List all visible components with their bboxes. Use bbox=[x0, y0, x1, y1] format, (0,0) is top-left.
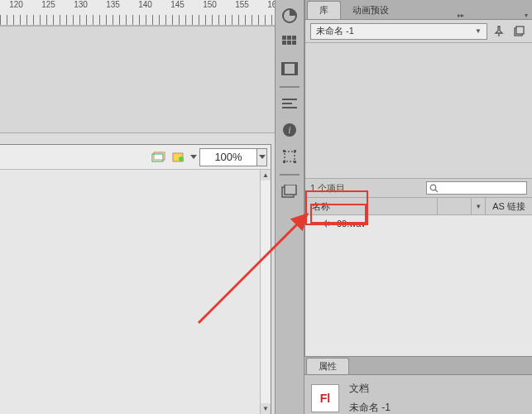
svg-rect-13 bbox=[295, 63, 297, 75]
panel-tabs: 库 动画预设 ▸▸ ▾ bbox=[305, 0, 532, 20]
ruler-tick: 145 bbox=[161, 0, 194, 15]
svg-rect-8 bbox=[282, 41, 286, 45]
ruler-tick: 125 bbox=[32, 0, 65, 15]
scene-dropdown-icon[interactable] bbox=[189, 150, 198, 165]
edit-symbol-icon[interactable] bbox=[170, 150, 188, 165]
library-document-select[interactable]: 未命名 -1 ▼ bbox=[310, 23, 487, 40]
align-panel-icon[interactable] bbox=[279, 93, 300, 114]
svg-line-29 bbox=[435, 190, 438, 192]
ruler-tick: 140 bbox=[129, 0, 161, 15]
stage[interactable] bbox=[0, 170, 260, 414]
library-panel: 库 动画预设 ▸▸ ▾ 未命名 -1 ▼ 1 个项目 名称 ▼ AS 链接 bbox=[304, 0, 532, 414]
svg-rect-20 bbox=[283, 150, 285, 152]
new-library-icon[interactable] bbox=[510, 23, 527, 40]
timeline-ruler[interactable]: 120 125 130 135 140 145 150 155 160 bbox=[0, 0, 275, 26]
svg-rect-6 bbox=[287, 36, 291, 40]
tab-label: 属性 bbox=[319, 360, 337, 373]
zoom-level[interactable]: 100% bbox=[199, 148, 257, 166]
zoom-value: 100% bbox=[214, 151, 242, 163]
library-panel-icon[interactable] bbox=[279, 181, 300, 202]
dock-divider bbox=[280, 86, 300, 88]
ruler-tick: 150 bbox=[194, 0, 226, 15]
properties-doc-name: 未命名 -1 bbox=[349, 401, 391, 414]
column-name[interactable]: 名称 bbox=[305, 198, 438, 214]
color-panel-icon[interactable] bbox=[279, 5, 300, 26]
info-panel-icon[interactable]: i bbox=[279, 119, 300, 141]
library-item[interactable]: 00.wav bbox=[305, 215, 532, 232]
search-icon bbox=[429, 184, 439, 193]
panel-collapse-icon[interactable]: ▸▸ bbox=[454, 12, 467, 19]
dock-divider bbox=[280, 174, 300, 176]
ruler-tick: 135 bbox=[97, 0, 129, 15]
badge-text: Fl bbox=[320, 392, 330, 405]
swatches-panel-icon[interactable] bbox=[279, 31, 300, 53]
sound-icon bbox=[320, 218, 332, 229]
svg-rect-27 bbox=[516, 26, 524, 34]
svg-rect-25 bbox=[285, 185, 296, 195]
scroll-down-icon[interactable]: ▼ bbox=[261, 403, 271, 414]
stage-vscrollbar[interactable]: ▲ ▼ bbox=[260, 170, 271, 414]
edit-scene-icon[interactable] bbox=[150, 150, 168, 165]
library-document-row: 未命名 -1 ▼ bbox=[305, 20, 532, 43]
ruler-tick: 120 bbox=[0, 0, 32, 15]
svg-point-28 bbox=[430, 185, 436, 190]
svg-rect-16 bbox=[282, 107, 297, 108]
svg-rect-19 bbox=[285, 152, 295, 161]
svg-text:i: i bbox=[288, 124, 290, 136]
pin-library-icon[interactable] bbox=[491, 23, 507, 40]
tab-label: 动画预设 bbox=[352, 4, 389, 17]
svg-rect-5 bbox=[282, 36, 286, 40]
svg-rect-7 bbox=[292, 36, 296, 40]
stage-toolbar: 100% bbox=[0, 145, 271, 170]
zoom-dropdown[interactable] bbox=[257, 148, 267, 166]
svg-rect-14 bbox=[282, 99, 297, 100]
timeline-stage-area: 120 125 130 135 140 145 150 155 160 100% bbox=[0, 0, 275, 414]
stage-container: 100% ▲ ▼ bbox=[0, 144, 271, 414]
panel-dock: i bbox=[275, 0, 304, 414]
library-preview bbox=[305, 43, 532, 179]
svg-rect-23 bbox=[294, 161, 296, 163]
tab-label: 库 bbox=[319, 4, 328, 17]
svg-rect-15 bbox=[282, 103, 292, 104]
library-columns-header: 名称 ▼ AS 链接 bbox=[305, 197, 532, 215]
properties-panel: 属性 Fl 文档 未命名 -1 bbox=[304, 356, 532, 414]
tab-properties[interactable]: 属性 bbox=[306, 358, 349, 374]
column-label: AS 链接 bbox=[492, 200, 525, 213]
movie-panel-icon[interactable] bbox=[279, 58, 300, 79]
scroll-up-icon[interactable]: ▲ bbox=[261, 170, 271, 181]
svg-rect-10 bbox=[292, 41, 296, 45]
sort-indicator-icon[interactable]: ▼ bbox=[471, 198, 486, 214]
library-item-name: 00.wav bbox=[337, 219, 366, 229]
column-label: 名称 bbox=[312, 200, 330, 213]
flash-document-icon: Fl bbox=[311, 384, 339, 412]
column-linkage[interactable]: AS 链接 bbox=[486, 198, 532, 214]
item-count-label: 1 个项目 bbox=[310, 182, 345, 195]
svg-rect-9 bbox=[287, 41, 291, 45]
svg-rect-21 bbox=[294, 150, 296, 152]
svg-rect-22 bbox=[283, 161, 285, 163]
svg-rect-12 bbox=[282, 63, 285, 75]
panel-menu-icon[interactable]: ▾ bbox=[520, 12, 532, 19]
timeline-frames[interactable] bbox=[0, 26, 275, 133]
tab-library[interactable]: 库 bbox=[307, 1, 341, 19]
tab-anim-presets[interactable]: 动画预设 bbox=[341, 1, 400, 19]
properties-tabs: 属性 bbox=[304, 357, 532, 375]
ruler-tick: 130 bbox=[65, 0, 97, 15]
library-item-list[interactable]: 00.wav bbox=[305, 215, 532, 356]
transform-panel-icon[interactable] bbox=[279, 146, 300, 167]
chevron-down-icon: ▼ bbox=[475, 27, 482, 35]
properties-kind-label: 文档 bbox=[349, 382, 391, 396]
library-search-input[interactable] bbox=[426, 181, 527, 195]
properties-body: Fl 文档 未命名 -1 bbox=[304, 375, 532, 414]
ruler-tickmarks bbox=[0, 15, 275, 25]
document-name: 未命名 -1 bbox=[316, 25, 354, 37]
library-status-row: 1 个项目 bbox=[305, 179, 532, 197]
ruler-numbers: 120 125 130 135 140 145 150 155 160 bbox=[0, 0, 275, 15]
ruler-tick: 155 bbox=[226, 0, 258, 15]
svg-point-3 bbox=[179, 156, 184, 161]
